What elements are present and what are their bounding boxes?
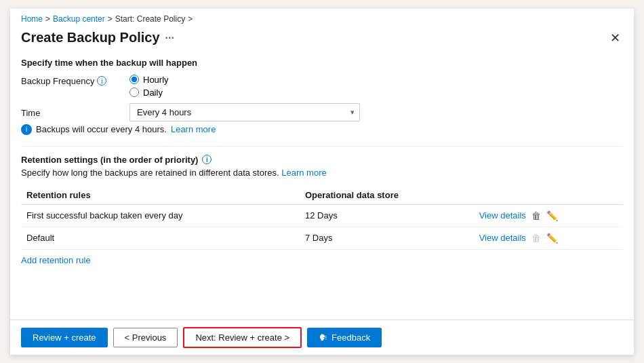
- retention-section-title: Retention settings (in the order of prio…: [21, 155, 623, 165]
- breadcrumb-home[interactable]: Home: [21, 14, 43, 24]
- retention-rule-0: First successful backup taken every day: [21, 204, 300, 227]
- delete-icon-1: 🗑: [531, 233, 541, 244]
- breadcrumb-sep3: >: [188, 14, 193, 24]
- frequency-info-icon[interactable]: i: [97, 76, 106, 85]
- row-actions-1: View details 🗑 ✏️: [479, 233, 618, 244]
- create-backup-policy-panel: Home > Backup center > Start: Create Pol…: [10, 9, 634, 355]
- delete-icon-0[interactable]: 🗑: [531, 210, 541, 221]
- col-header-rules: Retention rules: [21, 186, 300, 205]
- backup-frequency-options: Hourly Daily: [129, 75, 623, 98]
- page-title: Create Backup Policy: [21, 30, 160, 45]
- feedback-label: Feedback: [331, 332, 370, 343]
- breadcrumb-sep2: >: [108, 14, 113, 24]
- retention-description: Specify how long the backups are retaine…: [21, 168, 623, 178]
- retention-actions-1: View details 🗑 ✏️: [474, 227, 623, 249]
- retention-datastore-0: 12 Days: [300, 204, 474, 227]
- table-row: Default 7 Days View details 🗑 ✏️: [21, 227, 623, 249]
- breadcrumb: Home > Backup center > Start: Create Pol…: [10, 9, 634, 26]
- row-actions-0: View details 🗑 ✏️: [479, 210, 618, 221]
- close-button[interactable]: ✕: [607, 29, 623, 47]
- time-select-wrapper: Every 4 hours Every 6 hours Every 8 hour…: [129, 103, 623, 121]
- col-header-actions: [474, 186, 623, 205]
- col-header-datastore: Operational data store: [300, 186, 474, 205]
- retention-actions-0: View details 🗑 ✏️: [474, 204, 623, 227]
- backup-section-title: Specify time when the backup will happen: [21, 58, 623, 68]
- more-options-icon[interactable]: ···: [165, 32, 174, 44]
- panel-header: Create Backup Policy ··· ✕: [10, 26, 634, 52]
- backup-frequency-row: Backup Frequency i Hourly Daily: [21, 75, 623, 98]
- time-label: Time: [21, 107, 129, 118]
- panel-content: Specify time when the backup will happen…: [10, 52, 634, 320]
- backup-frequency-label: Backup Frequency i: [21, 75, 129, 86]
- radio-hourly[interactable]: Hourly: [129, 75, 623, 85]
- retention-learn-more-link[interactable]: Learn more: [281, 168, 326, 178]
- panel-title-area: Create Backup Policy ···: [21, 30, 174, 45]
- time-row: Time Every 4 hours Every 6 hours Every 8…: [21, 103, 623, 121]
- radio-daily[interactable]: Daily: [129, 88, 623, 98]
- previous-button[interactable]: < Previous: [113, 328, 178, 347]
- edit-icon-1[interactable]: ✏️: [546, 233, 558, 244]
- backup-learn-more-link[interactable]: Learn more: [171, 124, 216, 134]
- add-retention-rule-link[interactable]: Add retention rule: [21, 255, 91, 265]
- feedback-button[interactable]: 🗣 Feedback: [307, 328, 382, 347]
- breadcrumb-backup-center[interactable]: Backup center: [53, 14, 105, 24]
- retention-table: Retention rules Operational data store F…: [21, 186, 623, 250]
- info-bar: i Backups will occur every 4 hours. Lear…: [21, 124, 623, 135]
- next-button[interactable]: Next: Review + create >: [183, 327, 302, 348]
- time-dropdown-wrapper: Every 4 hours Every 6 hours Every 8 hour…: [129, 103, 360, 121]
- breadcrumb-sep1: >: [45, 14, 50, 24]
- info-bar-icon: i: [21, 124, 32, 135]
- view-details-link-0[interactable]: View details: [479, 210, 526, 221]
- info-bar-text: Backups will occur every 4 hours.: [36, 124, 167, 134]
- time-select[interactable]: Every 4 hours Every 6 hours Every 8 hour…: [129, 103, 360, 121]
- retention-rule-1: Default: [21, 227, 300, 249]
- table-row: First successful backup taken every day …: [21, 204, 623, 227]
- radio-hourly-input[interactable]: [129, 75, 139, 84]
- retention-datastore-1: 7 Days: [300, 227, 474, 249]
- retention-info-icon[interactable]: i: [202, 155, 212, 164]
- edit-icon-0[interactable]: ✏️: [546, 210, 558, 221]
- view-details-link-1[interactable]: View details: [479, 233, 526, 243]
- breadcrumb-current: Start: Create Policy: [115, 14, 185, 24]
- radio-daily-input[interactable]: [129, 88, 139, 97]
- feedback-icon: 🗣: [319, 332, 327, 343]
- panel-footer: Review + create < Previous Next: Review …: [10, 320, 634, 355]
- radio-hourly-label: Hourly: [143, 75, 169, 85]
- review-create-button[interactable]: Review + create: [21, 328, 108, 347]
- section-divider: [21, 146, 623, 147]
- radio-daily-label: Daily: [143, 88, 163, 98]
